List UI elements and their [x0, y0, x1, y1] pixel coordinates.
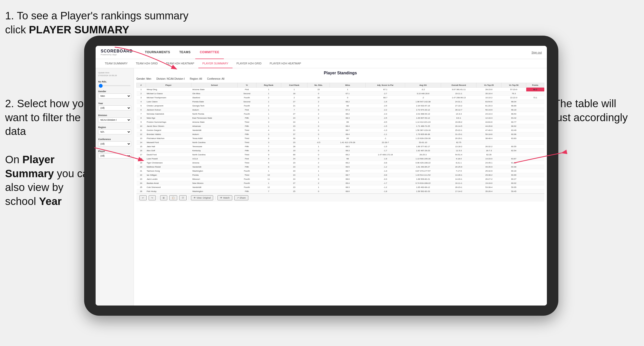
table-row[interactable]: 14Maxwell FordNorth CarolinaThird323-0.5… [137, 141, 544, 145]
division-select[interactable]: NCAA Division I [98, 117, 131, 122]
table-row[interactable]: 11Gordon SargentVanderbiltThird421068.7-… [137, 128, 544, 132]
col-conf-rank: Conf Rank [281, 83, 307, 88]
col-adj-score: Adj. Score to Par [366, 83, 405, 88]
nav-committee[interactable]: COMMITTEE [195, 46, 224, 59]
share-icon: ↗ [237, 197, 239, 199]
filter-region: Region: All [190, 77, 202, 80]
table-row[interactable]: 19Tiger ChristensenArizonaThird523269.2-… [137, 161, 544, 165]
col-yr: Yr [237, 83, 256, 88]
annotation-step2-text: 2. Select how you want to filter the dat… [5, 98, 90, 137]
conference-label: Conference [98, 138, 131, 141]
clock-button[interactable]: ⏱ [179, 195, 187, 200]
tablet-screen: SCOREBOARD Powered by clippi TOURNAMENTS… [96, 46, 547, 306]
year-label: Year [98, 102, 131, 105]
table-row[interactable]: 4Luke ClatonFlorida StateSecond127268.2-… [137, 100, 544, 104]
sub-nav-player-h2h-heatmap[interactable]: PLAYER H2H HEATMAP [266, 59, 305, 68]
table-area: Player Standings Gender: Men Division: N… [134, 68, 547, 306]
separator-1 [158, 196, 158, 200]
table-row[interactable]: 6Jackson KoivunAuburnFirst17067.3-2.22.7… [137, 108, 544, 112]
annotation-bottom-bold2: Year [39, 195, 62, 207]
sign-out-link[interactable]: Sign out [532, 51, 542, 54]
watch-button[interactable]: 👁 Watch [217, 195, 232, 200]
watch-label: Watch [223, 197, 229, 199]
sidebar: Update time: 27/03/2024 16:56:26 No Rds.… [96, 68, 134, 306]
table-row[interactable]: 5Christo LamprechtGeorgia TechFourth2212… [137, 104, 544, 108]
table-row[interactable]: 18Luke PowellUCLAFirst424068-1.81.13 500… [137, 157, 544, 161]
table-row[interactable]: 21Taehoon SongWashingtonFourth123168.7-1… [137, 169, 544, 173]
gender-section: Gender Men [98, 90, 131, 99]
table-row[interactable]: 17David FordNorth CarolinaThird969069.21… [137, 153, 544, 157]
table-row[interactable]: 15Jake HallTennesseeFifth728168.5-1.51.6… [137, 145, 544, 149]
division-section: Division NCAA Division I [98, 114, 131, 122]
annotation-step1-bold: PLAYER SUMMARY [29, 24, 129, 36]
table-row[interactable]: 24Bastian AmatNew MexicoFourth127269.4-1… [137, 181, 544, 185]
view-original-button[interactable]: 👁 View: Original [191, 195, 213, 200]
table-row[interactable]: 26Petr HrubyWashingtonFifth725068.6-1.81… [137, 189, 544, 193]
table-row[interactable]: 25Cole SherwoodVanderbiltFourth1223168.3… [137, 185, 544, 189]
table-row[interactable]: 10Jacob Skov OlesenArkansasFifth123068.4… [137, 124, 544, 128]
col-points: Points [526, 83, 544, 88]
sub-nav-player-h2h-grid[interactable]: PLAYER H2H GRID [233, 59, 266, 68]
arrow-2 [92, 145, 148, 165]
share-label: Share [240, 197, 246, 199]
copy-button[interactable]: ⊞ [160, 195, 167, 200]
undo-button[interactable]: ↩ [139, 195, 147, 200]
table-row[interactable]: 23Jack LundinMissouriFourth1124068.6-0.3… [137, 177, 544, 181]
tablet-frame: SCOREBOARD Powered by clippi TOURNAMENTS… [84, 36, 558, 316]
filter-gender: Gender: Men [136, 77, 151, 80]
col-player: Player [146, 83, 191, 88]
sub-nav-player-summary[interactable]: PLAYER SUMMARY [198, 59, 233, 68]
no-rds-slider-container [98, 84, 131, 87]
separator-3 [215, 196, 215, 200]
main-nav: TOURNAMENTS TEAMS COMMITTEE [140, 46, 532, 59]
filters-row: Gender: Men Division: NCAA Division I Re… [136, 77, 544, 80]
filter-division: Division: NCAA Division I [156, 77, 185, 80]
region-section: Region N/A [98, 126, 131, 134]
annotation-step1: 1. To see a Player's rankings summary cl… [5, 9, 199, 37]
table-row[interactable]: 20Matthew RiedelVanderbiltFifth623069.5-… [137, 165, 544, 169]
col-vs-top25: Vs Top 25 [476, 83, 501, 88]
redo-button[interactable]: ↪ [149, 195, 156, 200]
table-row[interactable]: 9Preston SummerhaysArizona StateThird324… [137, 120, 544, 124]
table-row[interactable]: 12Brendan ValdesAuburnFifth337068.4-1.11… [137, 132, 544, 136]
paste-button[interactable]: 📋 [169, 195, 177, 200]
col-school: School [191, 83, 237, 88]
filter-conference: Conference: All [207, 77, 224, 80]
table-row[interactable]: 3Michael ThorbjornsenStanfordFourth22160… [137, 96, 544, 100]
annotation-step2: 2. Select how you want to filter the dat… [5, 97, 92, 139]
share-button[interactable]: ↗ Share [234, 195, 248, 200]
table-row[interactable]: 22Ian GilliganFloridaThird1024168.7-0.81… [137, 173, 544, 177]
bottom-toolbar: ↩ ↪ ⊞ 📋 ⏱ 👁 View: Original 👁 Watch [136, 193, 544, 202]
year-section: Year (All) [98, 102, 131, 110]
no-rds-label: No Rds. [98, 80, 131, 83]
col-rank: # [137, 83, 146, 88]
table-row[interactable]: 7Nicholas GabrielcikNorth FloridaFourth1… [137, 112, 544, 116]
region-select[interactable]: N/A [98, 129, 131, 134]
annotation-bottom-text1: On [5, 154, 22, 165]
standings-table: # Player School Yr Reg Rank Conf Rank No… [136, 83, 544, 193]
table-row[interactable]: 13Phichakun MaichonTexas A&MThird630169-… [137, 136, 544, 141]
year-select[interactable]: (All) [98, 105, 131, 110]
table-row[interactable]: 1Wenyi DingArizona StateFirst1115167.1-3… [137, 88, 544, 92]
view-label: View: Original [197, 197, 211, 199]
col-wins: Wins [330, 83, 366, 88]
arrow-1 [112, 45, 184, 75]
no-rds-slider[interactable] [99, 85, 131, 86]
gender-select[interactable]: Men [98, 93, 131, 99]
table-title: Player Standings [136, 71, 544, 75]
table-row[interactable]: 2Michael Le SassoOle MissSecond118067.1-… [137, 92, 544, 96]
col-vs-top50: Vs Top 50 [501, 83, 526, 88]
table-row[interactable]: 8Mats EgeEast Tennessee StateFifth124268… [137, 116, 544, 120]
table-header-row: # Player School Yr Reg Rank Conf Rank No… [137, 83, 544, 88]
col-avg-sg: Avg SG [405, 83, 441, 88]
region-label: Region [98, 126, 131, 129]
table-row[interactable]: 16Alex GoffKentuckyFifth819068.3-1.71.92… [137, 149, 544, 153]
header-right: Sign out [532, 51, 542, 54]
separator-2 [189, 196, 189, 200]
view-icon: 👁 [194, 197, 196, 199]
arrow-3 [511, 150, 568, 168]
annotation-step-bottom: On Player Summary you can also view by s… [5, 153, 97, 208]
col-reg-rank: Reg Rank [256, 83, 281, 88]
watch-icon: 👁 [220, 197, 222, 199]
col-no-rds: No. Rds. [307, 83, 330, 88]
